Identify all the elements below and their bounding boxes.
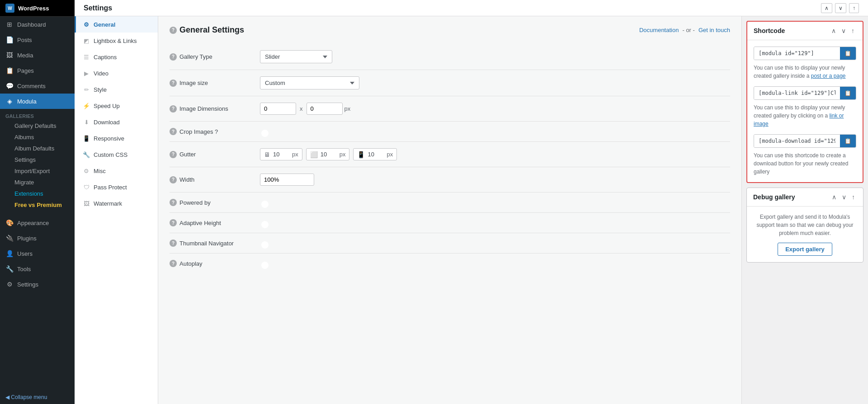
left-nav: ⚙ General ◩ Lightbox & Links ☰ Captions … [75,16,158,404]
thumbnail-navigator-control [260,240,730,247]
image-dimensions-control: x px [260,103,730,115]
gutter-help[interactable]: ? [170,151,177,158]
debug-desc: Export gallery and send it to Modula's s… [753,213,857,237]
powered-by-control [260,199,730,206]
nav-item-label: Download [94,119,120,126]
sidebar-item-dashboard[interactable]: ⊞ Dashboard [0,17,75,32]
sidebar-item-free-premium[interactable]: Free vs Premium [0,199,75,211]
shortcode-basic-copy[interactable]: 📋 [840,47,856,60]
nav-item-misc[interactable]: ⚙ Misc [75,163,158,179]
sidebar-item-plugins[interactable]: 🔌 Plugins [0,230,75,246]
topbar-down-btn[interactable]: ∨ [835,3,846,13]
settings-help-icon[interactable]: ? [170,27,177,34]
powered-by-help[interactable]: ? [170,199,177,206]
nav-item-style[interactable]: ✏ Style [75,81,158,98]
image-size-select[interactable]: Custom Thumbnail Medium Large Full [260,76,359,89]
users-icon: 👤 [5,249,14,258]
shortcode-link-copy[interactable]: 📋 [840,87,856,99]
shortcode-download-input[interactable] [754,135,840,147]
customcss-nav-icon: 🔧 [83,151,90,158]
gutter-control: 🖥 px ⬜ px 📱 px [260,148,730,160]
topbar-expand-btn[interactable]: ↑ [849,3,859,13]
shortcode-link-input[interactable] [754,87,840,99]
video-nav-icon: ▶ [83,70,90,77]
thumbnail-nav-help[interactable]: ? [170,240,177,247]
sidebar-item-label: Tools [17,266,31,272]
nav-item-label: Style [94,86,107,93]
mobile-icon: 📱 [357,151,365,158]
nav-item-watermark[interactable]: 🖼 Watermark [75,195,158,211]
nav-item-download[interactable]: ⬇ Download [75,114,158,130]
image-dimensions-help[interactable]: ? [170,105,177,113]
sidebar-item-import-export[interactable]: Import/Export [0,165,75,177]
adaptive-height-label: ? Adaptive Height [170,219,260,226]
width-help[interactable]: ? [170,176,177,183]
debug-collapse-down[interactable]: ∨ [840,193,848,202]
gutter-tablet-input[interactable] [320,149,338,160]
nav-item-captions[interactable]: ☰ Captions [75,49,158,65]
autoplay-help[interactable]: ? [170,260,177,267]
width-label: ? Width [170,176,260,183]
shortcode-download-copy[interactable]: 📋 [840,135,856,147]
sidebar-item-settings-menu[interactable]: ⚙ Settings [0,277,75,292]
sidebar-item-tools[interactable]: 🔧 Tools [0,261,75,277]
sidebar-item-label: Comments [17,83,46,89]
gutter-desktop-input[interactable] [272,149,290,160]
nav-item-speed-up[interactable]: ⚡ Speed Up [75,98,158,114]
debug-card-body: Export gallery and send it to Modula's s… [747,207,863,262]
sidebar-item-media[interactable]: 🖼 Media [0,47,75,63]
setting-row-gallery-type: ? Gallery Type Slider Grid Masonry Custo… [170,44,730,70]
debug-collapse-up[interactable]: ∧ [830,193,838,202]
nav-item-pass-protect[interactable]: 🛡 Pass Protect [75,179,158,195]
gutter-mobile-unit: px [387,151,393,158]
get-in-touch-link[interactable]: Get in touch [698,27,730,33]
sidebar-logo: W WordPress [0,0,75,17]
sidebar-item-extensions[interactable]: Extensions [0,188,75,199]
width-input[interactable] [260,174,314,186]
sidebar-item-modula[interactable]: ◈ Modula [0,94,75,109]
shortcode-collapse-down[interactable]: ∨ [840,26,848,35]
nav-item-general[interactable]: ⚙ General [75,16,158,33]
dimension-width-input[interactable] [260,103,296,115]
shortcode-card-header: Shortcode ∧ ∨ ↑ [747,22,863,40]
sidebar-item-pages[interactable]: 📋 Pages [0,63,75,78]
gallery-type-select[interactable]: Slider Grid Masonry Custom Grid [260,50,332,63]
sidebar-item-albums[interactable]: Albums [0,132,75,143]
sidebar-item-label: Modula [17,98,37,105]
collapse-menu[interactable]: ◀ Collapse menu [0,390,75,404]
shortcode-expand[interactable]: ↑ [849,26,856,35]
gallery-type-help[interactable]: ? [170,53,177,61]
sidebar-item-comments[interactable]: 💬 Comments [0,78,75,94]
settings-title: ? General Settings [170,25,244,35]
nav-item-video[interactable]: ▶ Video [75,65,158,81]
captions-nav-icon: ☰ [83,53,90,61]
gutter-mobile-input[interactable] [367,149,385,160]
shortcode-basic-input[interactable] [754,47,840,60]
nav-item-lightbox[interactable]: ◩ Lightbox & Links [75,33,158,49]
gallery-type-label: ? Gallery Type [170,53,260,61]
debug-expand[interactable]: ↑ [850,193,857,202]
nav-item-responsive[interactable]: 📱 Responsive [75,130,158,146]
sidebar-item-appearance[interactable]: 🎨 Appearance [0,215,75,230]
shortcode-basic-desc-link[interactable]: post or a page [811,73,846,79]
sidebar-item-migrate[interactable]: Migrate [0,177,75,188]
export-gallery-button[interactable]: Export gallery [778,243,832,256]
documentation-link[interactable]: Documentation [639,27,679,33]
media-icon: 🖼 [5,51,14,59]
content-area: ⚙ General ◩ Lightbox & Links ☰ Captions … [75,16,868,404]
sidebar-item-gallery-defaults[interactable]: Gallery Defaults [0,120,75,132]
sidebar-logo-text: WordPress [18,5,49,12]
lightbox-nav-icon: ◩ [83,37,90,44]
image-size-help[interactable]: ? [170,80,177,87]
nav-item-custom-css[interactable]: 🔧 Custom CSS [75,146,158,163]
sidebar-item-users[interactable]: 👤 Users [0,246,75,261]
topbar-up-btn[interactable]: ∧ [821,3,832,13]
adaptive-height-help[interactable]: ? [170,219,177,226]
dimension-unit: px [344,105,351,112]
sidebar-item-settings[interactable]: Settings [0,154,75,165]
dimension-height-input[interactable] [307,103,343,115]
sidebar-item-album-defaults[interactable]: Album Defaults [0,143,75,154]
sidebar-item-posts[interactable]: 📄 Posts [0,32,75,47]
crop-images-help[interactable]: ? [170,128,177,135]
shortcode-collapse-up[interactable]: ∧ [830,26,838,35]
